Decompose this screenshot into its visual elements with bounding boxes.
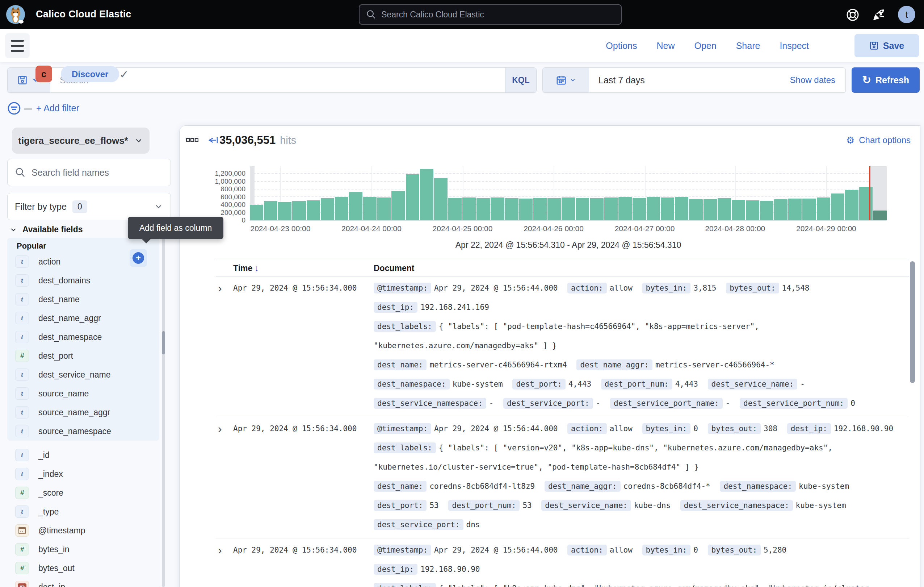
histogram-bar[interactable]	[817, 197, 830, 220]
field-badge[interactable]: @timestamp:	[374, 545, 431, 556]
field-badge[interactable]: dest_service_port:	[503, 398, 593, 409]
histogram-bar[interactable]	[632, 198, 646, 220]
histogram-bar[interactable]	[448, 198, 462, 220]
field-item-source_namespace[interactable]: tsource_namespace	[7, 422, 167, 441]
histogram-bar[interactable]	[420, 169, 433, 220]
histogram-bar[interactable]	[590, 198, 603, 220]
chart-options-button[interactable]: ⚙ Chart options	[846, 135, 911, 146]
field-badge[interactable]: dest_labels:	[374, 442, 436, 453]
histogram-bar[interactable]	[576, 198, 589, 220]
histogram-bar[interactable]	[661, 197, 674, 220]
histogram-bar[interactable]	[718, 198, 731, 220]
index-pattern-select[interactable]: tigera_secure_ee_flows*	[12, 127, 150, 154]
histogram-bar[interactable]	[335, 197, 348, 220]
field-badge[interactable]: action:	[568, 545, 607, 556]
date-quick-menu[interactable]	[543, 68, 589, 93]
add-field-as-column-button[interactable]: +	[130, 249, 147, 267]
histogram-bar[interactable]	[760, 201, 773, 220]
field-item-bytes_out[interactable]: #bytes_out	[7, 559, 167, 577]
global-search-input[interactable]: Search Calico Cloud Elastic	[359, 4, 622, 25]
time-column-header[interactable]: Time↓	[233, 263, 374, 273]
field-badge[interactable]: action:	[568, 423, 607, 434]
histogram-bar[interactable]	[703, 199, 717, 220]
histogram-bar[interactable]	[264, 201, 277, 220]
field-badge[interactable]: dest_service_namespace:	[374, 398, 486, 409]
date-picker[interactable]: Last 7 days Show dates	[542, 68, 846, 93]
histogram-bar[interactable]	[732, 200, 745, 220]
histogram-bar[interactable]	[802, 198, 816, 220]
expand-row-button[interactable]: ›	[216, 419, 233, 438]
histogram-bar[interactable]	[774, 199, 787, 220]
field-badge[interactable]: @timestamp:	[374, 423, 431, 434]
field-badge[interactable]: dest_port_num:	[601, 379, 672, 390]
add-filter-button[interactable]: + Add filter	[36, 103, 79, 113]
field-badge[interactable]: dest_service_port_num:	[740, 398, 848, 409]
field-badge[interactable]: dest_labels:	[374, 321, 436, 332]
histogram-bar[interactable]	[278, 202, 292, 220]
field-badge[interactable]: dest_service_namespace:	[680, 500, 793, 511]
field-item-@timestamp[interactable]: @timestamp	[7, 521, 167, 540]
histogram-bar[interactable]	[434, 178, 447, 220]
field-item-dest_name[interactable]: tdest_name	[7, 290, 167, 309]
histogram-bar[interactable]	[746, 200, 759, 220]
field-badge[interactable]: dest_service_name:	[541, 500, 631, 511]
histogram-bar[interactable]	[321, 198, 334, 220]
field-badge[interactable]: dest_name_aggr:	[544, 481, 620, 492]
histogram-bar[interactable]	[831, 193, 844, 221]
field-item-_type[interactable]: t_type	[7, 502, 167, 521]
histogram-bar[interactable]	[675, 197, 688, 220]
filter-by-type-select[interactable]: Filter by type 0	[7, 193, 171, 220]
field-badge[interactable]: bytes_in:	[642, 283, 691, 293]
histogram-bar[interactable]	[349, 192, 363, 220]
histogram-bar[interactable]	[873, 210, 887, 220]
histogram-bar[interactable]	[363, 197, 376, 220]
histogram-bar[interactable]	[619, 197, 632, 220]
field-item-dest_ip[interactable]: IPdest_ip	[7, 577, 167, 587]
help-icon[interactable]	[846, 8, 860, 22]
histogram-bar[interactable]	[788, 198, 802, 220]
filter-icon[interactable]	[7, 101, 22, 116]
histogram-bar[interactable]	[519, 198, 533, 220]
field-badge[interactable]: bytes_out:	[726, 283, 779, 293]
field-badge[interactable]: bytes_out:	[708, 423, 761, 434]
field-badge[interactable]: dest_service_port:	[374, 519, 464, 530]
field-badge[interactable]: @timestamp:	[374, 283, 431, 293]
field-badge[interactable]: dest_namespace:	[720, 481, 796, 492]
field-item-dest_name_aggr[interactable]: tdest_name_aggr	[7, 309, 167, 327]
field-item-_index[interactable]: t_index	[7, 465, 167, 483]
time-range-value[interactable]: Last 7 days	[589, 68, 790, 93]
show-dates-link[interactable]: Show dates	[790, 68, 845, 93]
field-badge[interactable]: dest_ip:	[374, 302, 417, 313]
user-avatar[interactable]: t	[898, 6, 915, 23]
histogram-bar[interactable]	[462, 197, 476, 220]
available-fields-header[interactable]: Available fields	[10, 225, 83, 235]
field-badge[interactable]: bytes_in:	[642, 545, 691, 556]
histogram-bar[interactable]	[561, 197, 575, 220]
field-item-_id[interactable]: t_id	[7, 446, 167, 465]
expand-row-button[interactable]: ›	[216, 279, 233, 298]
share-button[interactable]: Share	[736, 41, 761, 51]
histogram-bar[interactable]	[533, 198, 547, 220]
histogram-bar[interactable]	[292, 201, 305, 220]
expand-row-button[interactable]: ›	[216, 541, 233, 560]
field-badge[interactable]: dest_service_port_name:	[610, 398, 723, 409]
field-badge[interactable]: dest_name:	[374, 481, 427, 492]
field-badge[interactable]: dest_labels:	[374, 583, 436, 587]
field-item-source_name[interactable]: tsource_name	[7, 384, 167, 403]
field-item-_score[interactable]: #_score	[7, 483, 167, 502]
field-badge[interactable]: dest_name_aggr:	[576, 359, 652, 370]
histogram-bar[interactable]	[505, 198, 518, 220]
field-badge[interactable]: dest_ip:	[787, 423, 831, 434]
field-search-input[interactable]: Search field names	[7, 159, 171, 186]
menu-icon[interactable]	[5, 33, 30, 58]
field-item-dest_service_name[interactable]: tdest_service_name	[7, 365, 167, 384]
field-list-toggle-icon[interactable]	[186, 135, 198, 145]
histogram-bar[interactable]	[548, 198, 561, 220]
histogram-bar[interactable]	[647, 197, 660, 220]
breadcrumb[interactable]: Discover	[61, 66, 119, 82]
histogram-bar[interactable]	[307, 200, 320, 220]
histogram-bar[interactable]	[391, 191, 405, 220]
field-badge[interactable]: bytes_in:	[642, 423, 691, 434]
field-badge[interactable]: dest_name:	[374, 359, 427, 370]
save-button[interactable]: Save	[855, 34, 919, 57]
